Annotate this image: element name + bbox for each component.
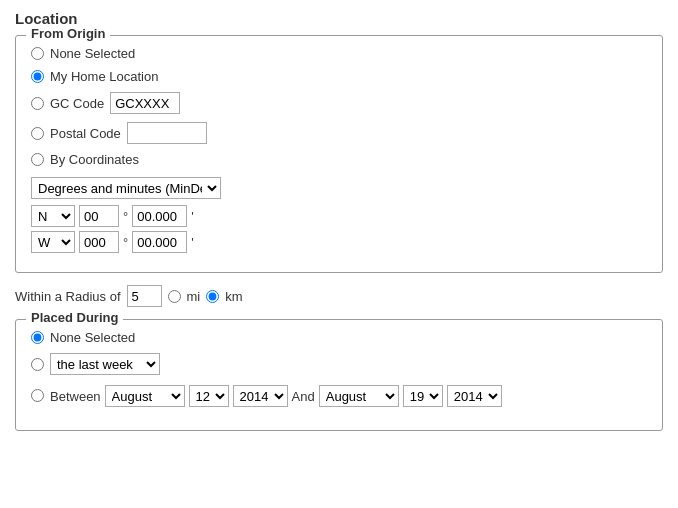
coord-format-row: Degrees and minutes (MinDec) Decimal Deg…: [31, 177, 647, 199]
lon-coord-row: W E ° ': [31, 231, 647, 253]
lon-deg-input[interactable]: [79, 231, 119, 253]
lon-min-input[interactable]: [132, 231, 187, 253]
and-label: And: [292, 389, 315, 404]
coord-section: Degrees and minutes (MinDec) Decimal Deg…: [31, 177, 647, 253]
from-day-select[interactable]: 12345 678910 1112131415 1617181920 21222…: [189, 385, 229, 407]
pd-last-radio[interactable]: [31, 358, 44, 371]
from-origin-box: From Origin None Selected My Home Locati…: [15, 35, 663, 273]
by-coordinates-radio[interactable]: [31, 153, 44, 166]
km-label[interactable]: km: [225, 289, 242, 304]
lon-dir-select[interactable]: W E: [31, 231, 75, 253]
lat-deg-symbol: °: [123, 209, 128, 224]
gc-code-input[interactable]: [110, 92, 180, 114]
lat-deg-input[interactable]: [79, 205, 119, 227]
postal-code-input[interactable]: [127, 122, 207, 144]
gc-code-row: GC Code: [31, 92, 647, 114]
my-home-radio[interactable]: [31, 70, 44, 83]
postal-code-radio[interactable]: [31, 127, 44, 140]
placed-during-legend: Placed During: [26, 310, 123, 325]
none-selected-label[interactable]: None Selected: [50, 46, 135, 61]
radius-input[interactable]: [127, 285, 162, 307]
from-month-select[interactable]: JanuaryFebruaryMarchApril MayJuneJulyAug…: [105, 385, 185, 407]
lat-dir-select[interactable]: N S: [31, 205, 75, 227]
lat-min-symbol: ': [191, 209, 193, 224]
none-selected-radio[interactable]: [31, 47, 44, 60]
by-coordinates-row: By Coordinates: [31, 152, 647, 167]
mi-label[interactable]: mi: [187, 289, 201, 304]
pd-last-row: the last week the last month the last ye…: [31, 353, 647, 375]
to-year-select[interactable]: 2010201120122013 201420152016: [447, 385, 502, 407]
pd-none-row: None Selected: [31, 330, 647, 345]
postal-code-label[interactable]: Postal Code: [50, 126, 121, 141]
pd-between-row: Between JanuaryFebruaryMarchApril MayJun…: [31, 383, 647, 407]
by-coordinates-label[interactable]: By Coordinates: [50, 152, 139, 167]
from-origin-legend: From Origin: [26, 26, 110, 41]
radius-row: Within a Radius of mi km: [15, 285, 663, 307]
gc-code-label[interactable]: GC Code: [50, 96, 104, 111]
to-month-select[interactable]: JanuaryFebruaryMarchApril MayJuneJulyAug…: [319, 385, 399, 407]
lat-min-input[interactable]: [132, 205, 187, 227]
pd-last-week-select[interactable]: the last week the last month the last ye…: [50, 353, 160, 375]
coord-format-select[interactable]: Degrees and minutes (MinDec) Decimal Deg…: [31, 177, 221, 199]
radius-label: Within a Radius of: [15, 289, 121, 304]
from-year-select[interactable]: 2010201120122013 201420152016: [233, 385, 288, 407]
my-home-label[interactable]: My Home Location: [50, 69, 158, 84]
placed-during-box: Placed During None Selected the last wee…: [15, 319, 663, 431]
my-home-row: My Home Location: [31, 69, 647, 84]
lat-coord-row: N S ° ': [31, 205, 647, 227]
pd-none-label[interactable]: None Selected: [50, 330, 135, 345]
to-day-select[interactable]: 12345 678910 1112131415 1617181920 21222…: [403, 385, 443, 407]
pd-none-radio[interactable]: [31, 331, 44, 344]
mi-radio[interactable]: [168, 290, 181, 303]
gc-code-radio[interactable]: [31, 97, 44, 110]
pd-between-radio[interactable]: [31, 389, 44, 402]
postal-code-row: Postal Code: [31, 122, 647, 144]
km-radio[interactable]: [206, 290, 219, 303]
lon-deg-symbol: °: [123, 235, 128, 250]
lon-min-symbol: ': [191, 235, 193, 250]
pd-between-controls: Between JanuaryFebruaryMarchApril MayJun…: [50, 385, 502, 407]
pd-between-label: Between: [50, 389, 101, 404]
none-selected-row: None Selected: [31, 46, 647, 61]
location-title: Location: [15, 10, 663, 27]
